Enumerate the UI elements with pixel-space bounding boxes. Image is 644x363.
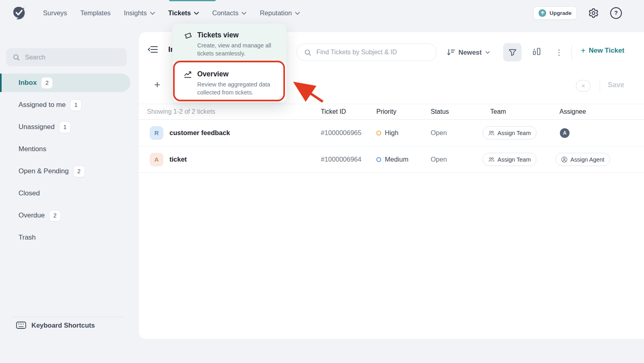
- toolbar-divider: [572, 45, 572, 59]
- menu-item-title: Overview: [197, 69, 281, 79]
- assignee-avatar[interactable]: A: [560, 128, 570, 138]
- sidebar-divider: [11, 317, 125, 317]
- keyboard-shortcuts-label: Keyboard Shortcuts: [31, 322, 95, 329]
- count-badge: 2: [73, 166, 85, 177]
- sidebar-item-label: Assigned to me: [19, 101, 66, 109]
- search-icon: [304, 49, 312, 56]
- sidebar-item-closed[interactable]: Closed: [0, 184, 139, 203]
- sidebar-item-label: Closed: [19, 189, 40, 197]
- help-button[interactable]: ?: [610, 7, 622, 19]
- sidebar-item-label: Trash: [19, 234, 36, 242]
- column-header-team: Team: [483, 108, 555, 115]
- app-logo[interactable]: [11, 5, 27, 21]
- team-icon: [488, 130, 495, 136]
- sidebar-item-label: Unassigned: [19, 123, 55, 131]
- chevron-down-icon: [295, 12, 300, 15]
- nav-item-reputation[interactable]: Reputation: [260, 9, 300, 17]
- sidebar-item-overdue[interactable]: Overdue 2: [0, 206, 139, 225]
- filter-row-divider: [600, 79, 600, 92]
- nav-item-insights[interactable]: Insights: [124, 9, 155, 17]
- columns-button[interactable]: [532, 47, 541, 56]
- nav-item-label: Insights: [124, 9, 147, 17]
- avatar: A: [150, 153, 163, 166]
- collapse-sidebar-button[interactable]: [148, 45, 158, 54]
- ticket-search-input[interactable]: [316, 48, 430, 56]
- priority-cell: High: [376, 129, 431, 137]
- assign-team-label: Assign Team: [497, 130, 531, 136]
- assign-team-button[interactable]: Assign Team: [483, 126, 537, 139]
- assign-agent-button[interactable]: Assign Agent: [555, 153, 610, 166]
- upgrade-button[interactable]: Upgrade: [533, 6, 577, 20]
- save-view-button[interactable]: Save: [608, 81, 624, 89]
- columns-icon: [532, 47, 541, 56]
- count-badge: 1: [59, 121, 71, 133]
- nav-item-tickets[interactable]: Tickets: [168, 9, 199, 17]
- chevron-down-icon: [242, 12, 246, 15]
- keyboard-shortcuts-button[interactable]: Keyboard Shortcuts: [16, 319, 95, 332]
- add-filter-button[interactable]: +: [154, 78, 160, 90]
- nav-right-cluster: Upgrade ?: [533, 0, 622, 26]
- column-header-ticket-id: Ticket ID: [321, 108, 376, 115]
- chevron-down-icon: [194, 12, 199, 15]
- ticket-icon: [184, 31, 193, 40]
- sort-label: Newest: [458, 49, 482, 56]
- count-badge: 2: [41, 77, 53, 89]
- sidebar-item-label: Overdue: [19, 211, 45, 219]
- clear-filters-button[interactable]: ✕: [576, 80, 590, 92]
- priority-ring-icon: [376, 131, 381, 135]
- sidebar-item-trash[interactable]: Trash: [0, 228, 139, 247]
- sidebar-folder-list: Inbox 2 Assigned to me 1 Unassigned 1 Me…: [0, 74, 139, 250]
- status-label: Open: [431, 156, 483, 163]
- table-header-row: Showing 1-2 of 2 tickets Ticket ID Prior…: [139, 104, 644, 120]
- sidebar-item-open-pending[interactable]: Open & Pending 2: [0, 162, 139, 180]
- sort-descending-icon: [447, 49, 455, 56]
- ticket-row[interactable]: A ticket #1000006964 Medium Open Assign …: [139, 146, 644, 173]
- new-ticket-button[interactable]: + New Ticket: [581, 47, 624, 55]
- column-header-assignee: Assignee: [555, 108, 644, 115]
- more-options-button[interactable]: ⋮: [555, 44, 563, 60]
- nav-menu: Surveys Templates Insights Tickets Conta…: [43, 0, 300, 26]
- filter-button[interactable]: [503, 43, 522, 62]
- assign-team-label: Assign Team: [497, 156, 531, 163]
- menu-item-description: Create, view and manage all tickets seam…: [197, 41, 281, 57]
- sort-button[interactable]: Newest: [447, 43, 490, 61]
- assign-agent-label: Assign Agent: [570, 156, 605, 163]
- top-nav: Surveys Templates Insights Tickets Conta…: [0, 0, 644, 26]
- upgrade-label: Upgrade: [549, 10, 572, 16]
- ticket-subject: ticket: [169, 156, 187, 163]
- assignee-cell: Assign Agent: [555, 153, 644, 166]
- question-icon: ?: [610, 7, 622, 19]
- menu-item-overview[interactable]: Overview Review the aggregated data coll…: [173, 63, 286, 102]
- nav-item-label: Contacts: [212, 9, 238, 17]
- priority-ring-icon: [376, 157, 381, 162]
- upgrade-arrow-icon: [539, 9, 546, 17]
- menu-item-tickets-view[interactable]: Tickets view Create, view and manage all…: [173, 24, 286, 63]
- assign-team-button[interactable]: Assign Team: [483, 153, 537, 166]
- nav-item-label: Reputation: [260, 9, 292, 17]
- nav-item-templates[interactable]: Templates: [80, 9, 111, 17]
- keyboard-icon: [16, 322, 26, 329]
- team-cell: Assign Team: [483, 126, 555, 139]
- search-icon: [12, 53, 20, 61]
- chevron-down-icon: [485, 51, 490, 54]
- plus-icon: +: [581, 47, 586, 55]
- sidebar-item-assigned-to-me[interactable]: Assigned to me 1: [0, 96, 139, 114]
- settings-button[interactable]: [588, 8, 599, 18]
- ticket-id: #1000006965: [321, 129, 376, 137]
- priority-cell: Medium: [376, 156, 431, 163]
- gear-icon: [588, 8, 599, 18]
- nav-item-contacts[interactable]: Contacts: [212, 9, 246, 17]
- new-ticket-label: New Ticket: [589, 47, 625, 55]
- avatar: R: [150, 126, 163, 140]
- ticket-row[interactable]: R customer feedback #1000006965 High Ope…: [139, 120, 644, 146]
- count-badge: 2: [49, 210, 61, 221]
- sidebar-item-label: Mentions: [19, 145, 46, 153]
- priority-label: High: [385, 129, 398, 137]
- sidebar-item-mentions[interactable]: Mentions: [0, 140, 139, 158]
- nav-item-surveys[interactable]: Surveys: [43, 9, 67, 17]
- sidebar-item-unassigned[interactable]: Unassigned 1: [0, 118, 139, 136]
- priority-label: Medium: [385, 156, 409, 163]
- search-input[interactable]: [24, 53, 122, 62]
- chevron-down-icon: [150, 12, 155, 15]
- sidebar-item-inbox[interactable]: Inbox 2: [0, 74, 130, 92]
